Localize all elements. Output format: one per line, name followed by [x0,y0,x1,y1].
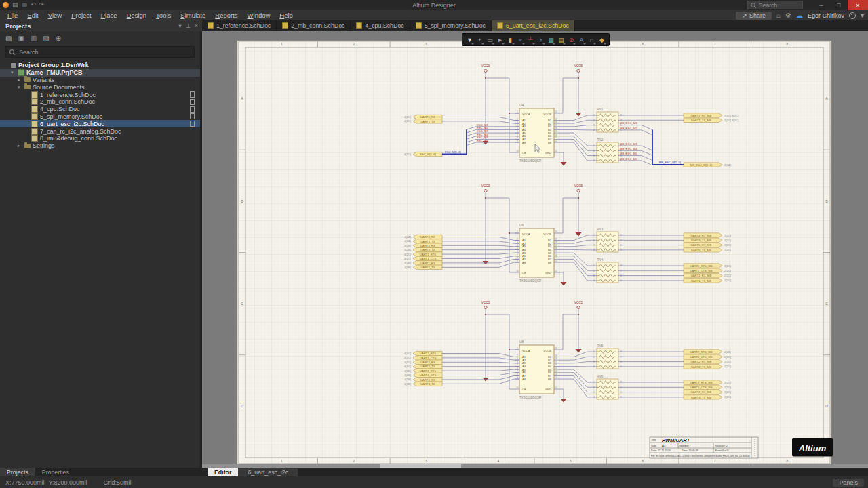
global-search[interactable] [747,1,803,9]
part-icon[interactable]: ▦ [546,35,556,45]
port-UART1_TX_MB[interactable]: UART1_TX_MB [684,118,722,122]
doc-tab-6_uart_esc_i2c.SchDoc[interactable]: 6_uart_esc_i2c.SchDoc [492,20,575,31]
expand-arrow-icon[interactable]: ▸ [18,143,22,148]
menu-reports[interactable]: Reports [210,12,242,19]
port-UART1_TX[interactable]: UART1_TX [413,265,442,269]
projects-search-input[interactable] [18,48,183,56]
port-UART3_TX_MB[interactable]: UART3_TX_MB [684,395,722,399]
editor-tab[interactable]: Editor [208,468,238,476]
menu-view[interactable]: View [43,12,66,19]
settings-gear-icon[interactable]: ⚙ [785,12,791,19]
schematic-sheet[interactable]: 1122334455667788AABBCCDDVCC3VCC5U4TXB010… [202,31,868,468]
port-UART1_RTS[interactable]: UART1_RTS [413,252,442,256]
menu-help[interactable]: Help [275,12,298,19]
doc-tab-4_cpu.SchDoc[interactable]: 4_cpu.SchDoc [351,20,410,31]
port-UART3_RTS[interactable]: UART3_RTS [413,369,442,373]
select-rect-icon[interactable]: ▭ [485,35,495,45]
port-UART4_TX_MB[interactable]: UART4_TX_MB [684,238,722,242]
port-UART3_RTS_MB[interactable]: UART3_RTS_MB [684,380,722,384]
power-port-icon[interactable]: ╧ [526,35,536,45]
tree-item-Settings[interactable]: ▸Settings [0,142,200,150]
add-project-icon[interactable]: ▨ [43,35,49,42]
port-UART4_RX_MB[interactable]: UART4_RX_MB [684,233,722,237]
sheet-symbol-icon[interactable]: ▤ [556,35,566,45]
cursor-icon[interactable]: ► [495,35,505,45]
pin-icon[interactable]: ⊥ [186,22,191,29]
arc-icon[interactable]: ∩ [587,35,597,45]
port-UART3_RX_MB[interactable]: UART3_RX_MB [684,390,722,394]
home-icon[interactable]: ⌂ [776,12,781,19]
port-UART1_RX_MB[interactable]: UART1_RX_MB [684,273,722,277]
altium-logo-icon[interactable] [3,2,9,8]
ic-U4[interactable]: U4TXB0108DQSRVCCAVCCB120A12A23A34A45A56A… [515,103,558,163]
port-UART4_RX[interactable]: UART4_RX [413,235,442,239]
open-project-icon[interactable]: ▥ [31,35,37,42]
panel-tab-properties[interactable]: Properties [35,468,76,476]
port-UART5_RX[interactable]: UART5_RX [413,243,442,247]
port-UART1_RX[interactable]: UART1_RX [413,115,442,119]
dropdown-icon[interactable]: ▾ [178,22,181,29]
save-icon[interactable]: ▤ [5,35,12,42]
port-UART1_CTS[interactable]: UART1_CTS [413,256,442,260]
port-UART1_RTS_MB[interactable]: UART1_RTS_MB [684,264,722,268]
expand-arrow-icon[interactable]: ▾ [18,85,22,90]
port-UART5_RX_MB[interactable]: UART5_RX_MB [684,243,722,247]
account-caret-icon[interactable]: ▾ [861,12,864,19]
menu-place[interactable]: Place [96,12,122,19]
compile-icon[interactable]: ▣ [18,35,24,42]
ic-U6[interactable]: U6TXB0108DQSRVCCAVCCB120A12A23A34A45A56A… [515,223,558,283]
open-doc-icon[interactable]: ▥ [22,2,28,8]
port-UART2_TX_MB[interactable]: UART2_TX_MB [684,365,722,369]
move-icon[interactable]: + [475,35,485,45]
menu-tools[interactable]: Tools [151,12,176,19]
panel-settings-icon[interactable]: ⊕ [56,35,61,42]
port-UART1_RX[interactable]: UART1_RX [413,261,442,265]
close-icon[interactable]: × [195,22,198,29]
panel-tab-projects[interactable]: Projects [0,468,35,476]
redo-icon[interactable]: ↷ [39,2,45,8]
menu-project[interactable]: Project [66,12,96,19]
port-ESC_M[1..6][interactable]: ESC_M[1..6] [413,152,442,156]
doc-tab-1_reference.SchDoc[interactable]: 1_reference.SchDoc [202,20,277,31]
directive-icon[interactable]: ⊦ [536,35,546,45]
tree-item-7_can_rc_i2c_analog.SchDoc[interactable]: 7_can_rc_i2c_analog.SchDoc [0,127,200,135]
polygon-icon[interactable]: ◆ [597,35,607,45]
port-UART2_RX_MB[interactable]: UART2_RX_MB [684,359,722,363]
tree-item-Project Group 1.DsnWrk[interactable]: Project Group 1.DsnWrk [0,62,200,69]
panels-button[interactable]: Panels [833,479,864,487]
tree-item-4_cpu.SchDoc[interactable]: 4_cpu.SchDoc [0,106,200,113]
port-UART2_RTS_MB[interactable]: UART2_RTS_MB [684,350,722,354]
new-doc-icon[interactable]: ▤ [12,2,18,8]
port-UART1_RX_MB[interactable]: UART1_RX_MB [684,113,722,117]
port-UART3_CTS[interactable]: UART3_CTS [413,373,442,377]
undo-icon[interactable]: ↶ [31,2,36,8]
doc-tab-5_spi_memory.SchDoc[interactable]: 5_spi_memory.SchDoc [410,20,492,31]
user-name[interactable]: Egor Chirikov [808,12,844,19]
component-icon[interactable]: ▮ [505,35,515,45]
port-UART3_CTS_MB[interactable]: UART3_CTS_MB [684,385,722,389]
minimize-button[interactable]: – [812,0,830,10]
menu-design[interactable]: Design [122,12,152,19]
tree-item-5_spi_memory.SchDoc[interactable]: 5_spi_memory.SchDoc [0,113,200,121]
port-UART2_CTS_MB[interactable]: UART2_CTS_MB [684,354,722,359]
port-UART2_TX[interactable]: UART2_TX [413,365,442,369]
tree-item-6_uart_esc_i2c.SchDoc[interactable]: 6_uart_esc_i2c.SchDoc [0,120,200,127]
ic-U8[interactable]: U8TXB0108DQSRVCCAVCCB120A12A23A34A45A56A… [515,340,558,399]
menu-simulate[interactable]: Simulate [176,12,210,19]
no-erc-icon[interactable]: ⊘ [566,35,576,45]
menu-file[interactable]: File [3,12,22,19]
projects-search[interactable] [5,46,195,58]
menu-window[interactable]: Window [243,12,275,19]
close-button[interactable]: × [848,0,868,10]
tree-item-1_reference.SchDoc[interactable]: 1_reference.SchDoc [0,91,200,98]
tree-item-8_imu&debug_conn.SchDoc[interactable]: 8_imu&debug_conn.SchDoc [0,135,200,142]
editor-doc-tab[interactable]: 6_uart_esc_i2c [238,468,298,476]
schematic-canvas[interactable]: 1122334455667788AABBCCDDVCC3VCC5U4TXB010… [202,31,868,468]
menu-edit[interactable]: Edit [22,12,43,19]
port-UART3_RX[interactable]: UART3_RX [413,378,442,382]
global-search-input[interactable] [757,1,797,9]
port-UART1_CTS_MB[interactable]: UART1_CTS_MB [684,268,722,272]
share-button[interactable]: ↗ Share [736,12,772,20]
port-UART1_TX_MB[interactable]: UART1_TX_MB [684,279,722,283]
tree-item-Variants[interactable]: ▸Variants [0,77,200,84]
